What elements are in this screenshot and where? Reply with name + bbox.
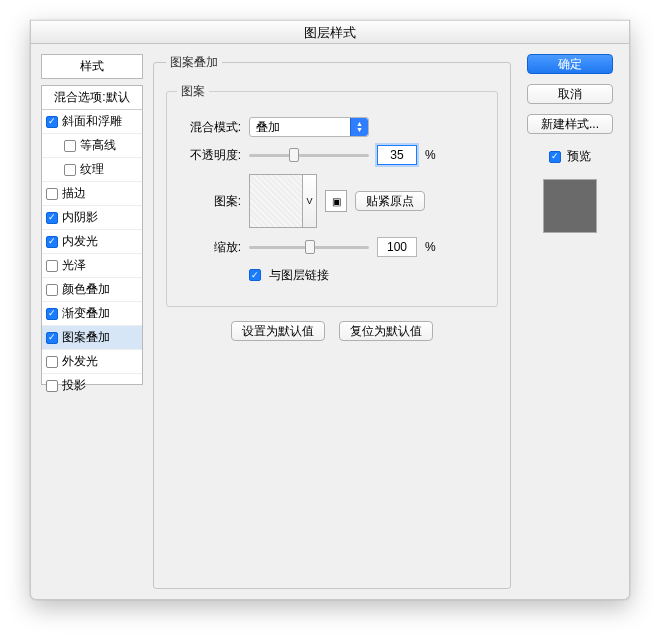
style-label: 图案叠加: [62, 329, 110, 346]
pattern-swatch[interactable]: V: [249, 174, 317, 228]
pattern-dropdown-button[interactable]: V: [303, 174, 317, 228]
style-row-4[interactable]: ✓内阴影: [42, 206, 142, 230]
blend-mode-value: 叠加: [256, 119, 280, 136]
ok-button[interactable]: 确定: [527, 54, 613, 74]
styles-sidebar: 样式 混合选项:默认 ✓斜面和浮雕等高线纹理描边✓内阴影✓内发光光泽颜色叠加✓渐…: [41, 54, 143, 589]
styles-header[interactable]: 样式: [41, 54, 143, 79]
scale-slider-knob[interactable]: [305, 240, 315, 254]
style-row-0[interactable]: ✓斜面和浮雕: [42, 110, 142, 134]
style-row-1[interactable]: 等高线: [42, 134, 142, 158]
style-label: 纹理: [80, 161, 104, 178]
style-checkbox[interactable]: ✓: [46, 308, 58, 320]
style-label: 投影: [62, 377, 86, 394]
style-row-10[interactable]: 外发光: [42, 350, 142, 374]
scale-percent: %: [425, 240, 436, 254]
style-checkbox[interactable]: [46, 380, 58, 392]
style-row-2[interactable]: 纹理: [42, 158, 142, 182]
main-panel: 图案叠加 图案 混合模式: 叠加 ▲▼ 不透明度:: [153, 54, 511, 589]
scale-input[interactable]: 100: [377, 237, 417, 257]
preview-swatch: [543, 179, 597, 233]
link-with-layer-label: 与图层链接: [269, 267, 329, 284]
dialog-title: 图层样式: [31, 20, 629, 44]
style-checkbox[interactable]: [46, 284, 58, 296]
style-row-11[interactable]: 投影: [42, 374, 142, 398]
style-label: 等高线: [80, 137, 116, 154]
style-row-6[interactable]: 光泽: [42, 254, 142, 278]
scale-slider[interactable]: [249, 246, 369, 249]
style-label: 斜面和浮雕: [62, 113, 122, 130]
new-pattern-icon: ▣: [332, 196, 341, 207]
link-with-layer-checkbox[interactable]: ✓: [249, 269, 261, 281]
style-label: 颜色叠加: [62, 281, 110, 298]
style-checkbox[interactable]: [64, 164, 76, 176]
style-checkbox[interactable]: ✓: [46, 212, 58, 224]
style-label: 内发光: [62, 233, 98, 250]
style-row-9[interactable]: ✓图案叠加: [42, 326, 142, 350]
opacity-slider[interactable]: [249, 154, 369, 157]
select-arrows-icon: ▲▼: [350, 118, 368, 136]
style-checkbox[interactable]: ✓: [46, 116, 58, 128]
preview-label: 预览: [567, 148, 591, 165]
blend-mode-select[interactable]: 叠加 ▲▼: [249, 117, 369, 137]
snap-origin-button[interactable]: 贴紧原点: [355, 191, 425, 211]
blend-mode-label: 混合模式:: [177, 119, 241, 136]
preview-checkbox[interactable]: ✓: [549, 151, 561, 163]
styles-list: 混合选项:默认 ✓斜面和浮雕等高线纹理描边✓内阴影✓内发光光泽颜色叠加✓渐变叠加…: [41, 85, 143, 385]
style-row-3[interactable]: 描边: [42, 182, 142, 206]
style-row-5[interactable]: ✓内发光: [42, 230, 142, 254]
outer-legend: 图案叠加: [166, 54, 222, 71]
style-checkbox[interactable]: [46, 188, 58, 200]
opacity-input[interactable]: 35: [377, 145, 417, 165]
pattern-label: 图案:: [177, 193, 241, 210]
create-pattern-button[interactable]: ▣: [325, 190, 347, 212]
new-style-button[interactable]: 新建样式...: [527, 114, 613, 134]
opacity-percent: %: [425, 148, 436, 162]
opacity-label: 不透明度:: [177, 147, 241, 164]
right-panel: 确定 取消 新建样式... ✓ 预览: [521, 54, 619, 589]
layer-style-dialog: 图层样式 样式 混合选项:默认 ✓斜面和浮雕等高线纹理描边✓内阴影✓内发光光泽颜…: [30, 20, 630, 600]
cancel-button[interactable]: 取消: [527, 84, 613, 104]
style-checkbox[interactable]: [46, 356, 58, 368]
style-label: 描边: [62, 185, 86, 202]
style-checkbox[interactable]: ✓: [46, 236, 58, 248]
pattern-preview-icon: [249, 174, 303, 228]
style-checkbox[interactable]: [46, 260, 58, 272]
style-label: 光泽: [62, 257, 86, 274]
opacity-slider-knob[interactable]: [289, 148, 299, 162]
set-default-button[interactable]: 设置为默认值: [231, 321, 325, 341]
blend-options-header[interactable]: 混合选项:默认: [42, 86, 142, 110]
style-row-7[interactable]: 颜色叠加: [42, 278, 142, 302]
scale-label: 缩放:: [177, 239, 241, 256]
style-label: 内阴影: [62, 209, 98, 226]
reset-default-button[interactable]: 复位为默认值: [339, 321, 433, 341]
style-row-8[interactable]: ✓渐变叠加: [42, 302, 142, 326]
style-checkbox[interactable]: [64, 140, 76, 152]
inner-legend: 图案: [177, 83, 209, 100]
style-label: 渐变叠加: [62, 305, 110, 322]
style-checkbox[interactable]: ✓: [46, 332, 58, 344]
style-label: 外发光: [62, 353, 98, 370]
